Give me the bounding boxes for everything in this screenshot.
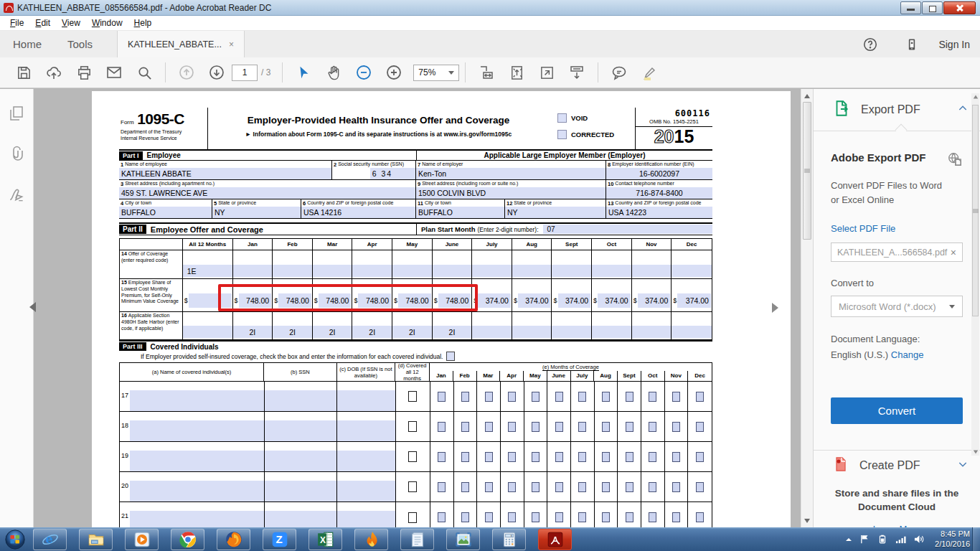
month-coverage-checkbox[interactable] xyxy=(672,452,680,462)
month-coverage-checkbox[interactable] xyxy=(485,512,493,522)
restore-button[interactable] xyxy=(922,1,943,14)
form-field[interactable] xyxy=(632,265,672,277)
system-clock[interactable]: 8:45 PM 2/10/2016 xyxy=(935,529,970,550)
month-coverage-checkbox[interactable] xyxy=(438,482,446,492)
menu-help[interactable]: Help xyxy=(128,17,158,29)
scrollbar-thumb[interactable] xyxy=(803,102,811,240)
close-button[interactable] xyxy=(943,1,976,14)
self-insured-checkbox[interactable] xyxy=(446,352,455,361)
month-coverage-checkbox[interactable] xyxy=(485,392,493,402)
field-safe-harbor-code[interactable]: 2I xyxy=(433,326,472,338)
field-plan-start-month[interactable]: 07 xyxy=(543,225,712,234)
month-coverage-checkbox[interactable] xyxy=(461,422,469,432)
field-employer-state[interactable]: NY xyxy=(505,207,606,218)
taskbar-firefox[interactable] xyxy=(217,529,250,550)
next-page-icon[interactable] xyxy=(207,63,226,82)
tab-document[interactable]: KATHLEEN_ABBATE... × xyxy=(117,31,245,57)
field-ein[interactable]: 16-6002097 xyxy=(606,168,712,179)
field-covered-ssn[interactable] xyxy=(265,472,338,501)
month-coverage-checkbox[interactable] xyxy=(578,452,586,462)
month-coverage-checkbox[interactable] xyxy=(578,392,586,402)
field-safe-harbor-code[interactable] xyxy=(672,326,712,338)
all-12-months-checkbox[interactable] xyxy=(408,481,417,492)
form-field[interactable] xyxy=(392,265,432,277)
field-safe-harbor-code[interactable] xyxy=(512,326,552,338)
month-coverage-checkbox[interactable] xyxy=(578,482,586,492)
battery-icon[interactable] xyxy=(877,534,888,545)
field-employer-street[interactable]: 1500 COLVIN BLVD xyxy=(416,187,606,199)
month-coverage-checkbox[interactable] xyxy=(461,512,469,522)
field-premium-amount[interactable]: 374.00 xyxy=(598,293,631,308)
taskbar-firebird[interactable] xyxy=(354,529,388,550)
field-employer-city[interactable]: BUFFALO xyxy=(416,207,504,218)
month-coverage-checkbox[interactable] xyxy=(602,452,610,462)
mobile-link-icon[interactable] xyxy=(903,35,921,54)
panel-scrollbar[interactable] xyxy=(971,93,979,456)
help-icon[interactable] xyxy=(861,35,880,54)
taskbar-media-player[interactable] xyxy=(125,529,159,550)
taskbar-notepad[interactable] xyxy=(400,529,434,550)
month-coverage-checkbox[interactable] xyxy=(461,452,469,462)
month-coverage-checkbox[interactable] xyxy=(649,482,656,492)
month-coverage-checkbox[interactable] xyxy=(602,512,610,522)
taskbar-file-explorer[interactable] xyxy=(79,529,113,550)
field-safe-harbor-code[interactable]: 2I xyxy=(392,326,432,338)
menu-edit[interactable]: Edit xyxy=(29,17,56,29)
month-coverage-checkbox[interactable] xyxy=(626,392,633,402)
save-icon[interactable] xyxy=(14,63,33,82)
month-coverage-checkbox[interactable] xyxy=(461,392,469,402)
field-employer-zip[interactable]: USA 14223 xyxy=(606,207,712,218)
taskbar-acrobat-reader[interactable] xyxy=(538,529,572,550)
start-button[interactable] xyxy=(3,529,27,550)
change-language-link[interactable]: Change xyxy=(891,349,924,360)
attachments-icon[interactable] xyxy=(8,145,25,165)
month-coverage-checkbox[interactable] xyxy=(626,452,633,462)
month-coverage-checkbox[interactable] xyxy=(602,392,610,402)
month-coverage-checkbox[interactable] xyxy=(438,512,446,522)
month-coverage-checkbox[interactable] xyxy=(438,422,446,432)
select-pdf-file-link[interactable]: Select PDF File xyxy=(831,223,963,234)
document-scrollbar[interactable] xyxy=(801,89,813,527)
month-coverage-checkbox[interactable] xyxy=(508,392,516,402)
taskbar-zoom[interactable]: Z xyxy=(263,529,296,550)
taskbar-image-viewer[interactable] xyxy=(446,529,480,550)
network-signal-icon[interactable] xyxy=(895,534,907,545)
field-covered-dob[interactable] xyxy=(337,442,396,471)
remove-file-icon[interactable]: × xyxy=(951,247,956,258)
field-covered-ssn[interactable] xyxy=(265,382,338,411)
field-safe-harbor-code[interactable]: 2I xyxy=(352,326,392,338)
format-dropdown[interactable]: Microsoft Word (*.docx) xyxy=(831,296,963,317)
convert-button[interactable]: Convert xyxy=(831,397,963,424)
form-field[interactable] xyxy=(592,265,631,277)
volume-icon[interactable] xyxy=(913,534,925,545)
all-12-months-checkbox[interactable] xyxy=(408,451,417,462)
month-coverage-checkbox[interactable] xyxy=(649,452,656,462)
hidden-icons-arrow-icon[interactable] xyxy=(844,535,853,544)
tools-pane-collapse-arrow[interactable] xyxy=(772,303,778,313)
month-coverage-checkbox[interactable] xyxy=(555,482,563,492)
month-coverage-checkbox[interactable] xyxy=(649,512,656,522)
month-coverage-checkbox[interactable] xyxy=(672,422,680,432)
menu-view[interactable]: View xyxy=(56,17,86,29)
corrected-checkbox[interactable] xyxy=(557,130,567,139)
month-coverage-checkbox[interactable] xyxy=(485,452,493,462)
field-employer-name[interactable]: Ken-Ton xyxy=(416,168,606,179)
month-coverage-checkbox[interactable] xyxy=(461,482,469,492)
tab-close-icon[interactable]: × xyxy=(229,39,234,50)
taskbar-internet-explorer[interactable]: e xyxy=(33,529,67,550)
field-covered-name[interactable]: 19 xyxy=(120,442,265,471)
form-field[interactable] xyxy=(433,265,472,277)
form-field[interactable] xyxy=(313,265,352,277)
all-12-months-checkbox[interactable] xyxy=(408,421,417,432)
expand-chevron-icon[interactable] xyxy=(957,458,969,473)
taskbar-chrome[interactable] xyxy=(171,529,204,550)
void-checkbox[interactable] xyxy=(557,113,567,123)
form-field[interactable] xyxy=(183,326,232,338)
taskbar-calculator[interactable]: 0 xyxy=(492,529,526,550)
month-coverage-checkbox[interactable] xyxy=(672,482,680,492)
email-icon[interactable] xyxy=(105,63,123,82)
month-coverage-checkbox[interactable] xyxy=(555,512,563,522)
field-covered-ssn[interactable] xyxy=(265,412,338,441)
month-coverage-checkbox[interactable] xyxy=(508,452,516,462)
month-coverage-checkbox[interactable] xyxy=(626,422,633,432)
